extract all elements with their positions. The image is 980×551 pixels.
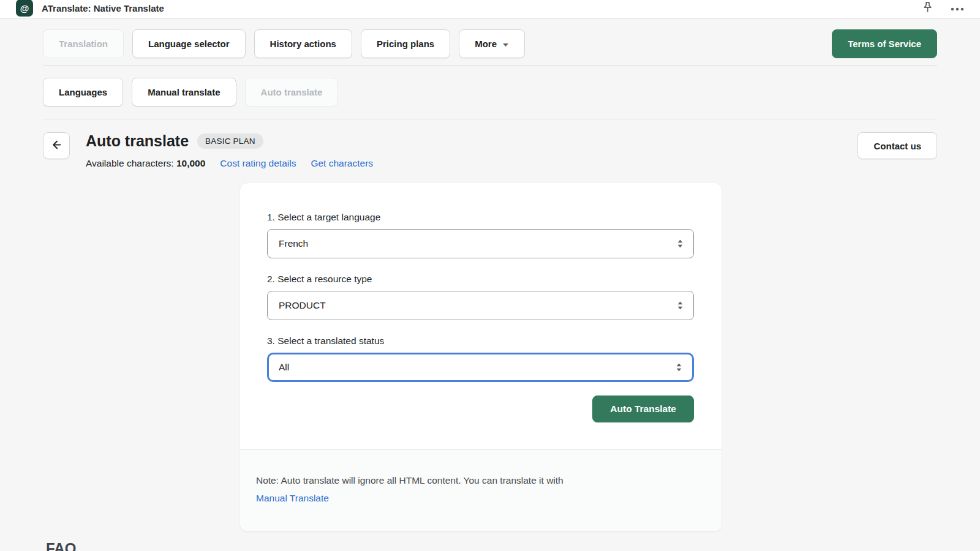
- auto-translate-card: 1. Select a target language French 2. Se…: [240, 183, 722, 531]
- nav-history-actions-button[interactable]: History actions: [254, 29, 352, 58]
- plan-badge: BASIC PLAN: [197, 133, 263, 149]
- available-characters-text: Available characters: 10,000: [86, 158, 205, 169]
- translated-status-select[interactable]: All: [267, 353, 694, 382]
- back-button[interactable]: [43, 132, 70, 159]
- terms-of-service-button[interactable]: Terms of Service: [832, 29, 937, 58]
- top-bar: @ ATranslate: Native Translate: [0, 0, 980, 19]
- nav-languages-button[interactable]: Languages: [43, 78, 123, 107]
- divider: [43, 119, 937, 119]
- target-language-select[interactable]: French: [267, 229, 694, 258]
- translated-status-field: 3. Select a translated status All: [267, 335, 694, 382]
- app-logo-icon: @: [16, 0, 33, 17]
- divider: [43, 65, 937, 66]
- card-note: Note: Auto translate will ignore all HTM…: [240, 449, 722, 531]
- page-header: Auto translate BASIC PLAN Available char…: [43, 132, 937, 169]
- target-language-value: French: [279, 238, 308, 249]
- page-title: Auto translate: [86, 132, 189, 150]
- primary-nav: Translation Language selector History ac…: [43, 29, 937, 58]
- translated-status-value: All: [279, 362, 289, 373]
- cost-rating-details-link[interactable]: Cost rating details: [220, 158, 296, 169]
- nav-manual-translate-button[interactable]: Manual translate: [132, 78, 236, 107]
- available-characters-value: 10,000: [176, 158, 205, 168]
- arrow-left-icon: [50, 138, 63, 153]
- resource-type-field: 2. Select a resource type PRODUCT: [267, 274, 694, 320]
- faq-heading: FAQ: [46, 540, 937, 551]
- resource-type-value: PRODUCT: [279, 300, 326, 311]
- select-stepper-icon: [676, 363, 682, 372]
- pin-button[interactable]: [922, 1, 933, 15]
- select-stepper-icon: [677, 239, 684, 249]
- nav-more-button[interactable]: More: [459, 29, 525, 58]
- target-language-field: 1. Select a target language French: [267, 212, 694, 258]
- manual-translate-link[interactable]: Manual Translate: [256, 493, 329, 503]
- horizontal-ellipsis-icon: [951, 4, 964, 13]
- nav-more-label: More: [475, 39, 497, 49]
- resource-type-select[interactable]: PRODUCT: [267, 291, 694, 320]
- available-characters-label: Available characters:: [86, 158, 174, 168]
- nav-translation-button: Translation: [43, 29, 124, 58]
- app-title: ATranslate: Native Translate: [42, 3, 164, 13]
- resource-type-label: 2. Select a resource type: [267, 274, 694, 285]
- auto-translate-submit-button[interactable]: Auto Translate: [592, 395, 694, 422]
- translated-status-label: 3. Select a translated status: [267, 335, 694, 347]
- pushpin-icon: [922, 1, 933, 15]
- select-stepper-icon: [677, 301, 684, 310]
- nav-language-selector-button[interactable]: Language selector: [132, 29, 246, 58]
- note-text: Note: Auto translate will ignore all HTM…: [256, 472, 706, 490]
- nav-auto-translate-button: Auto translate: [245, 78, 339, 107]
- more-menu-button[interactable]: [951, 4, 964, 13]
- secondary-nav: Languages Manual translate Auto translat…: [43, 78, 937, 107]
- contact-us-button[interactable]: Contact us: [858, 132, 937, 159]
- get-characters-link[interactable]: Get characters: [311, 158, 373, 169]
- target-language-label: 1. Select a target language: [267, 212, 694, 223]
- nav-pricing-plans-button[interactable]: Pricing plans: [361, 29, 450, 58]
- caret-down-icon: [502, 39, 509, 49]
